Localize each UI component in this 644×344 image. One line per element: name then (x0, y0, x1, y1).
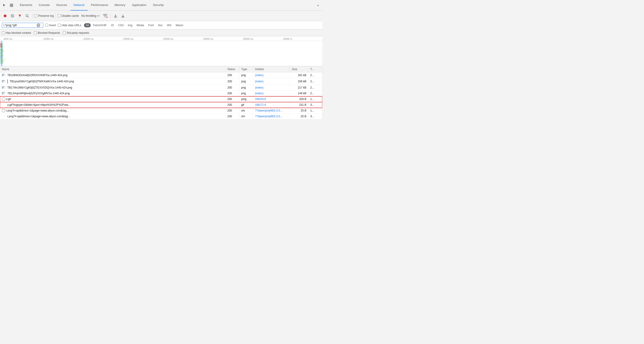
initiator-link[interactable]: (index) (255, 74, 264, 77)
network-conditions-button[interactable] (102, 13, 108, 19)
invert-input[interactable] (45, 24, 48, 27)
tab-security[interactable]: Security (150, 0, 167, 10)
third-party-checkbox[interactable]: 3rd-party requests (63, 31, 89, 34)
filter-type-img[interactable]: Img (126, 23, 134, 27)
filter-type-css[interactable]: CSS (116, 23, 126, 27)
timeline-content[interactable] (0, 41, 322, 66)
col-header-type[interactable]: Type (239, 66, 253, 72)
row-time: 3... (308, 114, 322, 119)
filter-button[interactable] (16, 13, 23, 19)
preserve-log-label: Preserve log (38, 14, 54, 17)
third-party-label: 3rd-party requests (67, 31, 89, 34)
col-header-initiator[interactable]: Initiator (253, 66, 290, 72)
preserve-log-checkbox[interactable]: Preserve log (34, 14, 54, 17)
initiator-link[interactable]: ??dawn/polyfill/2.0.0... (255, 115, 282, 118)
third-party-input[interactable] (63, 31, 66, 34)
row-size: 217 kB (290, 85, 308, 91)
initiator-link[interactable]: (index) (255, 86, 264, 89)
row-initiator[interactable]: ??dawn/polyfill/2.0.0... (253, 114, 290, 119)
row-name[interactable]: r.png?t=api&times=1&page=www.aliyun.com&… (6, 109, 69, 112)
filter-type-fetch-xhr[interactable]: Fetch/XHR (91, 23, 108, 27)
name-cell: v.gif (0, 96, 226, 102)
tab-memory[interactable]: Memory (112, 0, 129, 10)
tab-elements[interactable]: Elements (16, 0, 36, 10)
initiator-link[interactable]: (index) (255, 80, 264, 83)
inspector-icon[interactable] (8, 2, 15, 8)
disable-cache-checkbox[interactable]: Disable cache (58, 14, 79, 17)
disable-cache-input[interactable] (58, 14, 60, 17)
table-row[interactable]: r.png?t=api&times=1&page=www.aliyun.com&… (0, 114, 322, 119)
has-blocked-cookies-checkbox[interactable]: Has blocked cookies (2, 31, 31, 34)
cursor-icon[interactable] (1, 2, 7, 8)
filter-type-wasm[interactable]: Wasm (174, 23, 185, 27)
svg-rect-1 (12, 4, 13, 5)
initiator-link[interactable]: VM271:6 (255, 103, 266, 106)
row-name[interactable]: TB174mJWbY1gK0jSZTEXXXDQVXa-1440-424.png (7, 86, 72, 89)
export-har-button[interactable] (120, 13, 126, 19)
row-name[interactable]: y.gif?logtype=0&title=&pre=https%3A%2F%2… (7, 103, 70, 106)
tab-application[interactable]: Application (129, 0, 150, 10)
blocked-requests-input[interactable] (34, 31, 37, 34)
table-row[interactable]: TB10lhliODsXe8jSZR0XXXK6FXa-1440-424.png… (0, 72, 322, 78)
row-name[interactable]: TB1JHvjmWNj0u4jSZFyXXXgMVXa-1440-424.png (7, 92, 70, 95)
row-name[interactable]: TB1yoaSWoY1gK0jSZFMXXaWcVXa-1440-424.png (10, 80, 74, 83)
invert-checkbox[interactable]: Invert (45, 24, 56, 27)
has-blocked-cookies-input[interactable] (2, 31, 5, 34)
initiator-link[interactable]: VM253:6 (255, 97, 266, 101)
col-header-size[interactable]: Size (290, 66, 308, 72)
preserve-log-input[interactable] (34, 14, 37, 17)
filter-type-js[interactable]: JS (109, 23, 116, 27)
table-row[interactable]: y.gif?logtype=0&title=&pre=https%3A%2F%2… (0, 102, 322, 108)
table-row[interactable]: v.gif200pingVM253:6328 B1... (0, 96, 322, 102)
blocked-requests-checkbox[interactable]: Blocked Requests (34, 31, 60, 34)
col-header-status[interactable]: Status (226, 66, 239, 72)
col-header-name[interactable]: Name (0, 66, 226, 72)
tab-console[interactable]: Console (36, 0, 53, 10)
filter-type-all[interactable]: All (84, 23, 91, 27)
row-initiator: (index) (253, 72, 290, 78)
table-row[interactable]: r.png?t=api&times=1&page=www.aliyun.com&… (0, 108, 322, 114)
divider-3 (110, 13, 110, 18)
clear-button[interactable] (9, 13, 16, 19)
table-row[interactable]: TB1yoaSWoY1gK0jSZFMXXaWcVXa-1440-424.png… (0, 78, 322, 85)
tab-security-label: Security (153, 3, 164, 7)
hide-data-urls-input[interactable] (58, 24, 61, 27)
row-initiator[interactable]: VM271:6 (253, 102, 290, 108)
throttle-select[interactable]: No throttling (80, 13, 101, 18)
row-initiator[interactable]: VM253:6 (253, 96, 290, 102)
import-har-button[interactable] (112, 13, 119, 19)
row-name[interactable]: v.gif (6, 97, 11, 101)
row-size: 149 kB (290, 91, 308, 96)
row-name[interactable]: r.png?t=api&times=1&page=www.aliyun.com&… (7, 115, 70, 118)
row-checkbox[interactable] (2, 97, 5, 101)
filter-type-doc[interactable]: Doc (156, 23, 164, 27)
row-status: 200 (226, 108, 239, 114)
disable-cache-label: Disable cache (62, 14, 79, 17)
tab-network[interactable]: Network (70, 0, 88, 10)
filter-clear-button[interactable]: ✕ (36, 23, 40, 27)
hide-data-urls-checkbox[interactable]: Hide data URLs (58, 24, 81, 27)
row-checkbox[interactable] (2, 109, 5, 112)
tab-performance[interactable]: Performance (88, 0, 111, 10)
table-row[interactable]: TB1JHvjmWNj0u4jSZFyXXXgMVXa-1440-424.png… (0, 91, 322, 96)
search-button[interactable] (24, 13, 30, 19)
table-wrap[interactable]: Name Status Type Initiator Size T... (0, 66, 322, 119)
svg-rect-23 (0, 41, 1, 66)
svg-rect-3 (12, 5, 13, 7)
record-button[interactable] (2, 13, 8, 19)
row-initiator[interactable]: ??dawn/polyfill/2.0.0... (253, 108, 290, 114)
more-tabs-button[interactable]: » (315, 2, 321, 8)
filter-type-media[interactable]: Media (135, 23, 146, 27)
row-name[interactable]: TB10lhliODsXe8jSZR0XXXK6FXa-1440-424.png (7, 74, 68, 77)
filter-type-font[interactable]: Font (146, 23, 156, 27)
row-time: 2... (308, 85, 322, 91)
initiator-link[interactable]: ??dawn/polyfill/2.0.0... (255, 109, 282, 112)
tab-sources[interactable]: Sources (53, 0, 70, 10)
table-row[interactable]: TB174mJWbY1gK0jSZTEXXXDQVXa-1440-424.png… (0, 85, 322, 91)
filter-input[interactable] (4, 24, 36, 27)
col-header-time[interactable]: T... (308, 66, 322, 72)
initiator-link[interactable]: (index) (255, 92, 264, 95)
row-initiator: (index) (253, 91, 290, 96)
divider-1 (32, 13, 32, 18)
filter-type-ws[interactable]: WS (165, 23, 173, 27)
